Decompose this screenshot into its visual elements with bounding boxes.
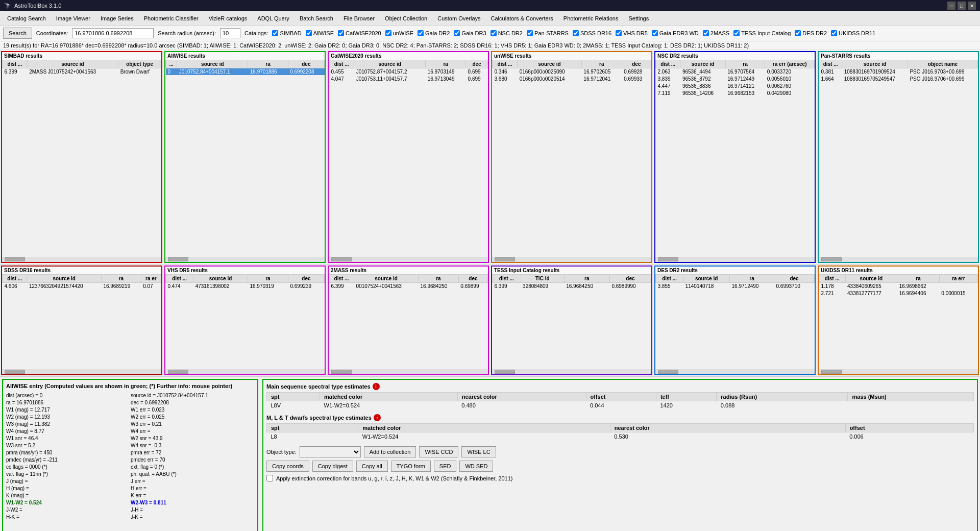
wise-ccd-button[interactable]: WISE CCD (419, 446, 458, 457)
table-row[interactable]: 6.39900107524+004156316.96842500.69899 (329, 283, 488, 290)
catalog-ukidss-checkbox[interactable] (831, 30, 837, 36)
catalog-des: DES DR2 (795, 30, 827, 36)
panstarrs-panel: Pan-STARRS results dist ... source id ob… (818, 51, 979, 263)
menu-image-viewer[interactable]: Image Viewer (51, 13, 95, 23)
table-row[interactable]: 3.680 0166p000o0020514 16.9712041 0.6993… (493, 76, 651, 83)
search-button[interactable]: Search (3, 28, 32, 39)
unwise-title: unWISE results (492, 52, 651, 60)
panstarrs-table[interactable]: dist ... source id object name 0.3811088… (819, 60, 978, 256)
table-row[interactable]: 2.72143381277717716.96944060.0000015 (819, 290, 978, 297)
vhs-table[interactable]: dist ... source id ra dec 0.474473161398… (165, 274, 325, 369)
detail-item: W4 err = (131, 428, 254, 435)
catalog-des-label: DES DR2 (802, 30, 827, 36)
menu-catalog-search[interactable]: Catalog Search (2, 13, 51, 23)
twomass-table[interactable]: dist ... source id ra dec 6.39900107524+… (329, 274, 488, 369)
table-row[interactable]: 0.381108830169701909524PSO J016.9703+00.… (819, 68, 978, 76)
menu-photometric-classifier[interactable]: Photometric Classifier (139, 13, 204, 23)
radius-input[interactable] (220, 28, 240, 38)
catalog-gaia-dr3-checkbox[interactable] (454, 30, 460, 36)
table-row[interactable]: 1.664108830169705249547PSO J016.9706+00.… (819, 76, 978, 83)
nsc-col-raerr: ra err (arcsec) (765, 60, 815, 68)
simbad-table[interactable]: dist ... source id object type 6.399 2MA… (2, 60, 161, 256)
copy-coords-button[interactable]: Copy coords (266, 461, 309, 472)
copy-digest-button[interactable]: Copy digest (312, 461, 353, 472)
catalog-catwise-checkbox[interactable] (338, 30, 344, 36)
allwise-table[interactable]: ... source id ra dec 0 J010752.84+004157… (165, 60, 325, 256)
spectral-panel: Main sequence spectral type estimates i … (262, 379, 978, 531)
nsc-table[interactable]: dist ... source id ra ra err (arcsec) 2.… (655, 60, 815, 256)
catwise-table[interactable]: dist ... source id ra dec 0.455 J010752.… (329, 60, 488, 256)
catalog-gaia-edr3-checkbox[interactable] (652, 30, 658, 36)
catalog-nsc-dr2-checkbox[interactable] (491, 30, 497, 36)
main-seq-info-icon[interactable]: i (373, 383, 380, 390)
mlt-info-icon[interactable]: i (374, 414, 381, 421)
unwise-table[interactable]: dist ... source id ra dec 0.346 0166p000… (492, 60, 651, 256)
catwise-ra-1: 16.9713049 (426, 76, 466, 83)
des-table[interactable]: dist ... source id ra dec 3.855114014071… (655, 274, 815, 369)
catalog-2mass-checkbox[interactable] (703, 30, 709, 36)
table-row[interactable]: 6.39932808480916.96842500.6989990 (493, 283, 651, 290)
table-row[interactable]: 0.47447316139800216.9703190.699239 (166, 283, 325, 290)
catalog-sdss-checkbox[interactable] (573, 30, 579, 36)
catalog-vhs: VHS DR5 (616, 30, 648, 36)
table-row[interactable]: 0.455 J010752.87+004157.2 16.9703149 0.6… (329, 68, 488, 76)
catalog-gaia-dr2-checkbox[interactable] (418, 30, 424, 36)
catalog-tess-checkbox[interactable] (733, 30, 740, 36)
catalog-ukidss-label: UKIDSS DR11 (839, 30, 875, 36)
menu-calculators[interactable]: Calculators & Converters (486, 13, 558, 23)
table-row[interactable]: L8V W1-W2=0.524 0.480 0.044 1420 0.088 (267, 401, 974, 410)
wise-lc-button[interactable]: WISE LC (461, 446, 496, 457)
tygo-form-button[interactable]: TYGO form (391, 461, 431, 472)
catalog-vhs-checkbox[interactable] (616, 30, 622, 36)
radius-label: Search radius (arcsec): (158, 30, 216, 36)
menu-adql[interactable]: ADQL Query (252, 13, 295, 23)
table-row[interactable]: 6.399 2MASS J01075242+0041563 Brown Dwar… (3, 68, 161, 76)
minimize-button[interactable]: ─ (947, 2, 955, 10)
catalog-panstarrs-checkbox[interactable] (527, 30, 533, 36)
close-button[interactable]: ✕ (968, 2, 976, 10)
table-row[interactable]: 3.83996536_879216.97124490.0056010 (656, 76, 815, 83)
extinction-checkbox[interactable] (266, 475, 273, 481)
ukidss-table[interactable]: dist ... source id ra ra err 1.178433840… (819, 274, 978, 369)
menu-settings[interactable]: Settings (623, 13, 654, 23)
sdss-table[interactable]: dist ... source id ra ra er 4.6061237663… (2, 274, 161, 369)
menu-photometric-relations[interactable]: Photometric Relations (558, 13, 624, 23)
catalog-des-checkbox[interactable] (795, 30, 801, 36)
main-seq-table: spt matched color nearest color offset t… (266, 392, 974, 410)
object-type-select[interactable] (300, 446, 361, 457)
action-btn-row: Copy coords Copy digest Copy all TYGO fo… (266, 461, 974, 472)
menu-vizier[interactable]: VizieR catalogs (204, 13, 253, 23)
sed-button[interactable]: SED (434, 461, 457, 472)
wd-sed-button[interactable]: WD SED (459, 461, 493, 472)
table-row[interactable]: 0.346 0166p000o0025090 16.9702605 0.6992… (493, 68, 651, 76)
table-row[interactable]: 4.047 J010753.11+004157.7 16.9713049 0.6… (329, 76, 488, 83)
table-row[interactable]: 4.606123766320492157442016.96892190.07 (3, 283, 161, 290)
table-row[interactable]: 3.855114014071816.97124900.6993710 (656, 283, 815, 290)
main-seq-col-matched: matched color (320, 393, 458, 401)
catalog-allwise-checkbox[interactable] (306, 30, 312, 36)
add-to-collection-button[interactable]: Add to collection (364, 446, 416, 457)
catalog-simbad-checkbox[interactable] (272, 30, 278, 36)
catalog-unwise-checkbox[interactable] (385, 30, 391, 36)
table-row[interactable]: 0 J010752.84+004157.1 16.9701886 0.69922… (166, 68, 325, 76)
detail-item: J (mag) = (6, 478, 130, 485)
table-row[interactable]: 1.17843384060926516.9698662 (819, 283, 978, 290)
object-type-label: Object type: (266, 449, 297, 455)
table-row[interactable]: 7.11996536_1420616.96821530.0429080 (656, 90, 815, 97)
catalog-sdss-label: SDSS DR16 (580, 30, 611, 36)
maximize-button[interactable]: □ (958, 2, 966, 10)
table-row[interactable]: 4.44796536_883616.97141210.0062760 (656, 83, 815, 90)
menu-object-collection[interactable]: Object Collection (380, 13, 432, 23)
copy-all-button[interactable]: Copy all (356, 461, 388, 472)
coordinates-input[interactable] (72, 28, 154, 38)
catalog-tess: TESS Input Catalog (733, 30, 791, 36)
menu-image-series[interactable]: Image Series (95, 13, 139, 23)
table-row[interactable]: 2.06396536_449416.97075640.0033720 (656, 68, 815, 76)
menu-batch-search[interactable]: Batch Search (295, 13, 338, 23)
table-row[interactable]: L8 W1-W2=0.524 0.530 0.006 (267, 432, 974, 441)
menu-file-browser[interactable]: File Browser (338, 13, 380, 23)
tess-table[interactable]: dist ... TIC id ra dec 6.39932808480916.… (492, 274, 651, 369)
info-bar: 19 result(s) for RA=16.9701886* dec=0.69… (0, 41, 980, 50)
unwise-dist-1: 3.680 (493, 76, 518, 83)
menu-custom-overlays[interactable]: Custom Overlays (432, 13, 485, 23)
